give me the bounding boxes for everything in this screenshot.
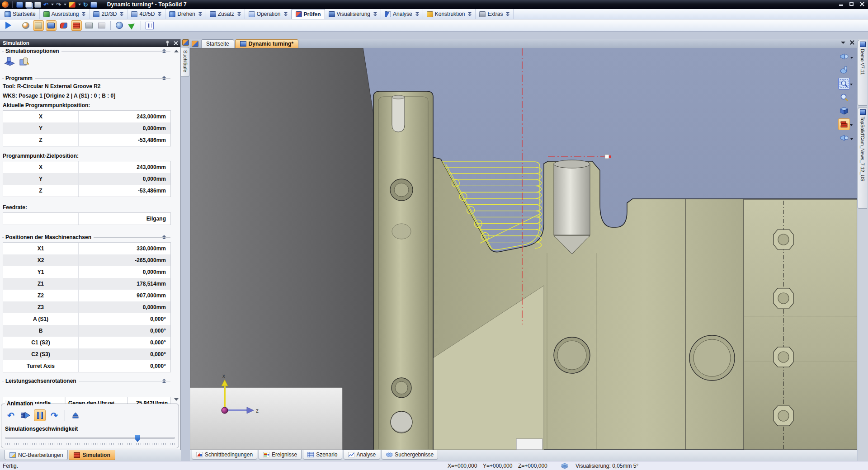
minimize-button[interactable] xyxy=(836,1,846,7)
chevron-down-icon[interactable] xyxy=(284,12,288,16)
viewport-3d[interactable]: x z xyxy=(190,48,857,450)
close-panel-icon[interactable] xyxy=(174,41,178,45)
view-orientation-button[interactable] xyxy=(838,51,850,62)
restart-button[interactable]: ↶ xyxy=(5,409,17,421)
feedrate-table: Eilgang xyxy=(3,212,171,225)
collapse-group-icon[interactable] xyxy=(162,379,166,383)
undo-caret-icon[interactable] xyxy=(51,4,54,5)
print-icon[interactable] xyxy=(34,2,41,8)
collapse-group-icon[interactable] xyxy=(162,76,166,80)
material-removal-button[interactable] xyxy=(71,20,82,31)
chevron-down-icon[interactable] xyxy=(158,12,161,16)
simulation-settings-icon[interactable] xyxy=(19,56,31,68)
export-result-button[interactable] xyxy=(127,20,137,31)
ribbon-tab-extras[interactable]: Extras xyxy=(476,9,514,19)
tab-szenario[interactable]: Szenario xyxy=(303,450,342,460)
window-title: Dynamic turning* - TopSolid 7 xyxy=(107,1,187,8)
ribbon-tab-ausruestung[interactable]: Ausrüstung xyxy=(40,9,90,19)
right-tab-topsolid-cam-news[interactable]: TopSolid'Cam_News_7.12_US xyxy=(858,108,867,209)
show-machine-button[interactable] xyxy=(46,20,57,31)
marker-caret-icon[interactable] xyxy=(78,4,81,5)
right-tab-demo[interactable]: Demo V7.11 xyxy=(858,40,867,106)
group-simulationsoptionen: Simulationsoptionen xyxy=(2,48,170,54)
ribbon-tab-operation[interactable]: Operation xyxy=(245,9,292,19)
marker-icon[interactable] xyxy=(69,2,75,8)
world-view-button[interactable] xyxy=(114,20,125,31)
fixture-button[interactable] xyxy=(84,20,94,31)
column-hole-inner xyxy=(394,183,409,197)
chevron-down-icon[interactable] xyxy=(468,12,472,16)
zoom-window-button[interactable] xyxy=(838,78,850,89)
pan-button[interactable] xyxy=(838,64,850,76)
measure-axes-button[interactable] xyxy=(144,20,155,31)
table-row: X1330,000mm xyxy=(3,243,170,254)
slot-mouth xyxy=(392,95,405,99)
quick-access-toolbar: ↶ ↷ ↻ xyxy=(0,1,97,8)
pin-icon[interactable] xyxy=(165,40,170,46)
simulation-mode-icon[interactable] xyxy=(4,56,15,68)
collision-check-button[interactable] xyxy=(58,20,69,31)
tab-ereignisse[interactable]: Ereignisse xyxy=(259,450,302,460)
save-icon[interactable] xyxy=(16,2,23,8)
speed-slider[interactable] xyxy=(5,435,175,442)
view-toolbar xyxy=(838,49,854,146)
scroll-up-icon[interactable] xyxy=(174,50,179,52)
analysis-icon xyxy=(348,452,354,457)
tab-list-chevron-icon[interactable] xyxy=(841,42,845,44)
close-document-icon[interactable] xyxy=(850,40,854,45)
table-row: Z-53,486mm xyxy=(3,185,170,197)
slider-track[interactable] xyxy=(5,437,175,439)
copy-icon[interactable] xyxy=(25,2,32,8)
column-slot xyxy=(392,97,405,132)
redo-caret-icon[interactable] xyxy=(64,4,66,5)
ribbon-tab-analyse[interactable]: Analyse xyxy=(381,9,423,19)
chevron-down-icon[interactable] xyxy=(373,12,377,16)
tab-schnittbedingungen[interactable]: Schnittbedingungen xyxy=(192,450,257,460)
pause-button[interactable] xyxy=(34,409,46,421)
zoom-button[interactable] xyxy=(838,91,850,103)
visualization-setting[interactable]: Visualisierung: 0,05mm 5° xyxy=(576,463,638,469)
render-options-button[interactable] xyxy=(20,20,31,31)
statistics-icon[interactable] xyxy=(90,2,97,8)
ribbon-tab-4d5d[interactable]: 4D/5D xyxy=(127,9,165,19)
maximize-button[interactable] xyxy=(847,1,856,7)
ribbon-tab-zusatz[interactable]: Zusatz xyxy=(206,9,245,19)
ribbon-tab-pruefen[interactable]: Prüfen xyxy=(292,9,325,19)
play-simulation-button[interactable] xyxy=(3,20,14,31)
tab-analyse[interactable]: Analyse xyxy=(344,450,381,460)
scroll-down-icon[interactable] xyxy=(174,398,179,401)
chevron-down-icon[interactable] xyxy=(506,12,509,16)
chevron-down-icon[interactable] xyxy=(82,12,85,16)
ribbon-tab-visualisierung[interactable]: Visualisierung xyxy=(325,9,382,19)
isometric-view-button[interactable] xyxy=(838,105,850,117)
machining-simulation-view: x z xyxy=(190,48,857,450)
chevron-down-icon[interactable] xyxy=(198,12,202,16)
play-next-button[interactable] xyxy=(19,409,31,421)
ribbon-tab-2d3d[interactable]: 2D/3D xyxy=(90,9,127,19)
tab-suchlaeufe[interactable]: Suchläufe xyxy=(181,47,189,77)
ribbon-tab-startseite[interactable]: Startseite xyxy=(1,9,40,19)
material-removal-view-button[interactable] xyxy=(838,118,850,130)
chevron-down-icon[interactable] xyxy=(120,12,123,16)
collapse-group-icon[interactable] xyxy=(162,49,166,53)
refresh-icon[interactable]: ↻ xyxy=(83,2,88,8)
gray-stock-button[interactable] xyxy=(96,20,107,31)
chevron-down-icon[interactable] xyxy=(237,12,241,16)
tab-suchergebnisse[interactable]: Suchergebnisse xyxy=(382,450,438,460)
slider-thumb[interactable] xyxy=(135,435,140,442)
tab-simulation[interactable]: Simulation xyxy=(69,450,115,460)
collapse-group-icon[interactable] xyxy=(162,235,166,239)
chevron-down-icon[interactable] xyxy=(415,12,419,16)
doc-tab-dynamic-turning[interactable]: Dynamic turning* xyxy=(235,39,298,48)
ribbon-tab-drehen[interactable]: Drehen xyxy=(165,9,206,19)
tab-nc-bearbeitungen[interactable]: NC-Bearbeitungen xyxy=(5,450,68,460)
redo-icon[interactable]: ↷ xyxy=(56,2,61,8)
show-stock-button[interactable] xyxy=(33,20,44,31)
spotlight-button[interactable] xyxy=(838,132,850,144)
undo-icon[interactable]: ↶ xyxy=(43,2,48,8)
close-button[interactable] xyxy=(857,1,867,7)
step-forward-button[interactable]: ↷ xyxy=(48,409,60,421)
ribbon-tab-konstruktion[interactable]: Konstruktion xyxy=(423,9,476,19)
eject-button[interactable] xyxy=(70,409,81,421)
doc-tab-startseite[interactable]: Startseite xyxy=(201,39,234,48)
